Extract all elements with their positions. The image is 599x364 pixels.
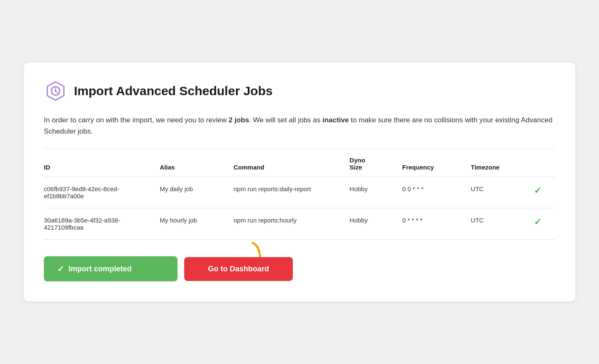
col-header-alias: Alias: [160, 149, 234, 177]
cell-status: ✓: [534, 177, 555, 208]
scheduler-icon: [44, 79, 67, 103]
dashboard-label: Go to Dashboard: [208, 265, 269, 273]
main-card: Import Advanced Scheduler Jobs In order …: [24, 63, 575, 301]
cell-alias: My daily job: [160, 177, 234, 208]
description-text: In order to carry on with the import, we…: [44, 114, 555, 137]
table-row: c06fb937-9ed8-42ec-8ced-ef1b8bb7a00e My …: [44, 177, 555, 208]
action-buttons: ✓ Import completed Go to Dashboard: [44, 256, 555, 281]
col-header-command: Command: [234, 149, 350, 177]
cell-id: c06fb937-9ed8-42ec-8ced-ef1b8bb7a00e: [44, 177, 160, 208]
cell-alias: My hourly job: [160, 208, 234, 240]
import-completed-button[interactable]: ✓ Import completed: [44, 256, 178, 281]
desc-middle: . We will set all jobs as: [249, 116, 322, 124]
cell-command: npm run reports:daily-report: [234, 177, 350, 208]
import-completed-label: Import completed: [69, 265, 132, 273]
desc-highlight-jobs: 2 jobs: [228, 116, 249, 124]
page-title: Import Advanced Scheduler Jobs: [74, 84, 273, 98]
svg-point-3: [55, 90, 56, 92]
desc-highlight-inactive: inactive: [322, 116, 349, 124]
col-header-dyno-size: DynoSize: [350, 149, 402, 177]
cell-dyno: Hobby: [350, 208, 402, 240]
cell-timezone: UTC: [471, 208, 534, 240]
row-check-icon: ✓: [534, 217, 541, 227]
dashboard-button-wrapper: Go to Dashboard: [184, 257, 293, 281]
col-header-status: [534, 149, 555, 177]
cell-status: ✓: [534, 208, 555, 240]
import-check-icon: ✓: [57, 264, 64, 274]
page-header: Import Advanced Scheduler Jobs: [44, 79, 555, 103]
col-header-frequency: Frequency: [402, 149, 471, 177]
table-header-row: ID Alias Command DynoSize Frequency Time…: [44, 149, 555, 177]
go-to-dashboard-button[interactable]: Go to Dashboard: [184, 257, 293, 281]
cell-frequency: 0 0 * * *: [402, 177, 471, 208]
table-row: 30a6169a-3b5e-4f32-a938-4217109fbcaa My …: [44, 208, 555, 240]
col-header-timezone: Timezone: [471, 149, 534, 177]
col-header-id: ID: [44, 149, 160, 177]
cell-command: npm run reports:hourly: [234, 208, 350, 240]
jobs-table: ID Alias Command DynoSize Frequency Time…: [44, 149, 555, 240]
row-check-icon: ✓: [534, 185, 541, 196]
cell-timezone: UTC: [471, 177, 534, 208]
cell-frequency: 0 * * * *: [402, 208, 471, 240]
desc-before: In order to carry on with the import, we…: [44, 116, 228, 124]
cell-id: 30a6169a-3b5e-4f32-a938-4217109fbcaa: [44, 208, 160, 240]
cell-dyno: Hobby: [350, 177, 402, 208]
